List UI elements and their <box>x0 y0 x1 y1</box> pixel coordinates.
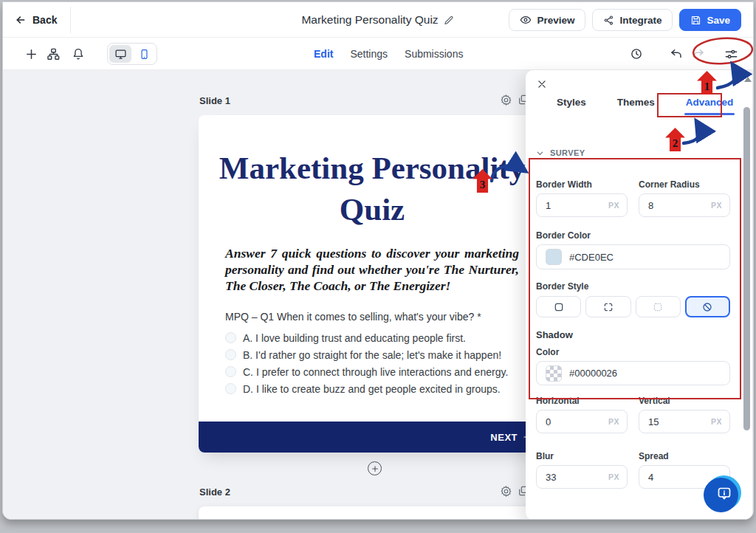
edit-pencil-icon[interactable] <box>444 15 455 26</box>
undo-button[interactable] <box>666 44 687 64</box>
survey-section-header[interactable]: SURVEY <box>536 148 585 157</box>
quiz-title[interactable]: Marketing Personality Quiz <box>217 148 527 230</box>
option-row[interactable]: A. I love building trust and educating p… <box>225 329 519 346</box>
form-title: Marketing Personality Quiz <box>301 13 438 27</box>
add-slide-button[interactable] <box>368 461 382 475</box>
slide1-label: Slide 1 <box>199 95 230 106</box>
spread-label: Spread <box>639 451 730 461</box>
slide2-label: Slide 2 <box>199 486 230 498</box>
integrate-button[interactable]: Integrate <box>592 9 673 31</box>
advanced-designer-panel: Styles Themes Advanced SURVEY Border Wid… <box>526 70 752 520</box>
slide1-card: Marketing Personality Quiz Answer 7 quic… <box>199 115 546 453</box>
blur-value: 33 <box>546 472 556 483</box>
px-unit: PX <box>608 472 619 481</box>
border-style-dotted-button[interactable] <box>636 296 681 317</box>
radio-icon[interactable] <box>225 366 236 377</box>
px-unit: PX <box>711 201 722 210</box>
slide2-card[interactable] <box>199 506 546 520</box>
border-color-swatch[interactable] <box>546 249 562 265</box>
border-style-dashed-button[interactable] <box>585 296 630 317</box>
redo-button[interactable] <box>688 44 709 64</box>
option-row[interactable]: C. I prefer to connect through live inte… <box>225 363 519 380</box>
decorative-plus-marks: + + + <box>698 519 738 520</box>
quiz-question[interactable]: MPQ – Q1 When it comes to selling, what'… <box>225 311 519 323</box>
survey-fields: Border Width 1 PX Corner Radius 8 PX Bor… <box>536 179 730 489</box>
scrollbar-up-arrow[interactable] <box>744 77 752 82</box>
next-label: NEXT <box>490 432 518 443</box>
radio-icon[interactable] <box>225 349 236 360</box>
slide2-settings-gear-icon[interactable] <box>500 485 513 498</box>
slide1-settings-gear-icon[interactable] <box>500 94 513 107</box>
back-label: Back <box>32 14 57 26</box>
option-row[interactable]: D. I like to create buzz and get people … <box>225 380 519 397</box>
option-label: A. I love building trust and educating p… <box>243 332 466 344</box>
px-unit: PX <box>711 417 722 426</box>
integrate-label: Integrate <box>619 15 662 26</box>
border-width-value: 1 <box>546 200 551 211</box>
back-arrow-icon <box>15 14 27 26</box>
share-nodes-icon <box>603 15 614 26</box>
border-width-input[interactable]: 1 PX <box>536 193 628 217</box>
divider <box>70 7 71 33</box>
horizontal-label: Horizontal <box>536 396 628 406</box>
shadow-color-label: Color <box>536 347 730 357</box>
mobile-view-button[interactable] <box>133 45 155 63</box>
preview-button[interactable]: Preview <box>509 9 585 31</box>
option-label: D. I like to create buzz and get people … <box>243 383 501 395</box>
horizontal-input[interactable]: 0 PX <box>536 410 628 433</box>
builder-nav-tabs: Edit Settings Submissions <box>314 38 463 70</box>
option-label: C. I prefer to connect through live inte… <box>243 366 508 378</box>
chevron-down-icon <box>536 149 544 157</box>
corner-radius-label: Corner Radius <box>639 179 730 190</box>
px-unit: PX <box>608 201 619 210</box>
horizontal-value: 0 <box>546 416 551 427</box>
shadow-section-label: Shadow <box>536 329 730 340</box>
tab-submissions[interactable]: Submissions <box>405 48 463 60</box>
add-element-button[interactable] <box>21 44 41 64</box>
notifications-bell-icon[interactable] <box>68 44 89 64</box>
shadow-color-input[interactable]: #00000026 <box>536 361 730 385</box>
close-icon[interactable] <box>534 76 550 92</box>
eye-icon <box>520 14 532 26</box>
top-bar: Back Marketing Personality Quiz Preview … <box>3 2 753 38</box>
panel-tabs: Styles Themes Advanced <box>557 97 733 115</box>
device-toggle <box>107 43 157 65</box>
help-chat-button[interactable] <box>707 475 741 510</box>
next-button[interactable]: NEXT <box>199 422 546 453</box>
version-history-icon[interactable] <box>626 44 647 64</box>
save-disk-icon <box>690 15 701 26</box>
scrollbar-thumb[interactable] <box>743 107 750 430</box>
save-button[interactable]: Save <box>679 9 741 31</box>
border-color-input[interactable]: #CDE0EC <box>536 244 730 269</box>
px-unit: PX <box>608 417 619 426</box>
vertical-label: Vertical <box>639 396 730 406</box>
vertical-input[interactable]: 15 PX <box>639 410 730 433</box>
app-window: Back Marketing Personality Quiz Preview … <box>2 1 754 520</box>
options-list: A. I love building trust and educating p… <box>225 329 519 397</box>
radio-icon[interactable] <box>225 332 236 343</box>
tab-settings[interactable]: Settings <box>350 48 388 60</box>
shadow-color-swatch[interactable] <box>546 365 562 382</box>
border-color-label: Border Color <box>536 230 730 241</box>
workflow-icon[interactable] <box>43 44 63 64</box>
vertical-value: 15 <box>648 416 659 427</box>
tab-styles[interactable]: Styles <box>557 97 586 115</box>
advanced-designer-sliders-icon[interactable] <box>721 44 741 64</box>
option-row[interactable]: B. I'd rather go straight for the sale; … <box>225 346 519 363</box>
tab-edit[interactable]: Edit <box>314 48 333 60</box>
save-label: Save <box>707 15 730 26</box>
tab-advanced[interactable]: Advanced <box>686 97 734 115</box>
back-button[interactable]: Back <box>15 10 57 30</box>
desktop-view-button[interactable] <box>109 45 131 63</box>
corner-radius-input[interactable]: 8 PX <box>639 193 730 217</box>
border-style-label: Border Style <box>536 281 730 292</box>
survey-section-label: SURVEY <box>550 148 585 157</box>
radio-icon[interactable] <box>225 383 236 394</box>
blur-input[interactable]: 33 PX <box>536 465 628 489</box>
border-style-none-button[interactable] <box>685 296 730 317</box>
border-style-solid-button[interactable] <box>536 296 581 317</box>
quiz-intro[interactable]: Answer 7 quick questions to discover you… <box>225 246 519 295</box>
corner-radius-value: 8 <box>648 200 653 211</box>
tab-themes[interactable]: Themes <box>617 97 655 115</box>
blur-label: Blur <box>536 451 628 461</box>
